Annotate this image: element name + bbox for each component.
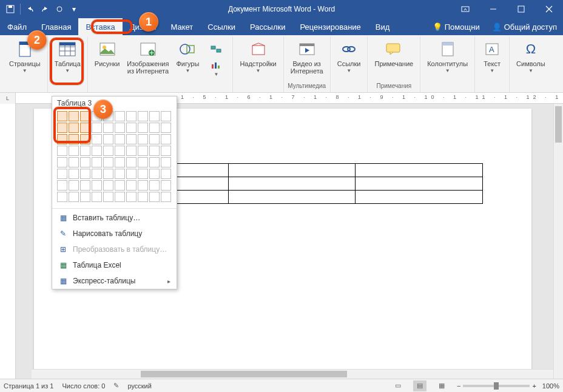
grid-cell[interactable] (149, 192, 160, 202)
grid-cell[interactable] (103, 157, 113, 167)
grid-cell[interactable] (115, 169, 125, 179)
menu-excel-table[interactable]: ▦ Таблица Excel (52, 257, 177, 273)
close-icon[interactable] (535, 0, 563, 18)
tab-references[interactable]: Ссылки (200, 18, 243, 35)
grid-cell[interactable] (103, 146, 113, 156)
table-size-grid[interactable] (52, 109, 177, 207)
grid-cell[interactable] (115, 123, 125, 133)
grid-cell[interactable] (161, 192, 171, 202)
grid-cell[interactable] (69, 169, 79, 179)
redo-icon[interactable] (38, 2, 52, 16)
grid-cell[interactable] (57, 123, 67, 133)
maximize-icon[interactable] (507, 0, 535, 18)
online-pictures-button[interactable]: Изображенияиз Интернета (124, 38, 172, 81)
grid-cell[interactable] (161, 146, 171, 156)
grid-cell[interactable] (69, 111, 79, 121)
view-read-icon[interactable]: ▭ (391, 380, 405, 391)
grid-cell[interactable] (138, 111, 148, 121)
grid-cell[interactable] (92, 192, 102, 202)
view-web-icon[interactable]: ▦ (435, 380, 448, 391)
grid-cell[interactable] (92, 146, 102, 156)
grid-cell[interactable] (115, 157, 125, 167)
grid-cell[interactable] (103, 134, 113, 144)
grid-cell[interactable] (69, 192, 79, 202)
grid-cell[interactable] (92, 180, 102, 191)
grid-cell[interactable] (138, 169, 148, 179)
grid-cell[interactable] (161, 111, 171, 121)
grid-cell[interactable] (69, 123, 79, 133)
zoom-out-icon[interactable]: − (457, 382, 460, 390)
grid-cell[interactable] (149, 169, 160, 179)
grid-cell[interactable] (57, 192, 67, 202)
grid-cell[interactable] (80, 146, 90, 156)
ruler-vertical[interactable] (0, 104, 16, 379)
grid-cell[interactable] (80, 134, 90, 144)
grid-cell[interactable] (57, 180, 67, 191)
grid-cell[interactable] (57, 111, 67, 121)
text-button[interactable]: A Текст ▼ (479, 38, 505, 81)
grid-cell[interactable] (149, 111, 160, 121)
grid-cell[interactable] (161, 157, 171, 167)
zoom-in-icon[interactable]: + (532, 382, 536, 390)
grid-cell[interactable] (149, 180, 160, 191)
horizontal-scrollbar[interactable] (32, 369, 553, 379)
save-icon[interactable] (4, 2, 17, 16)
menu-draw-table[interactable]: ✎ Нарисовать таблицу (52, 226, 177, 242)
grid-cell[interactable] (103, 169, 113, 179)
online-video-button[interactable]: Видео изИнтернета (288, 38, 326, 81)
grid-cell[interactable] (115, 111, 125, 121)
grid-cell[interactable] (115, 180, 125, 191)
grid-cell[interactable] (149, 123, 160, 133)
proofing-icon[interactable]: ✎ (113, 382, 119, 390)
menu-insert-table[interactable]: ▦ Вставить таблицу… (52, 210, 177, 226)
tab-insert[interactable]: Вставка (78, 18, 122, 35)
grid-cell[interactable] (57, 157, 67, 167)
tab-view[interactable]: Вид (368, 18, 397, 35)
more-illustrations-button[interactable]: ▼ (203, 38, 229, 81)
grid-cell[interactable] (80, 192, 90, 202)
shapes-button[interactable]: Фигуры ▼ (173, 38, 202, 81)
status-page[interactable]: Страница 1 из 1 (4, 382, 53, 390)
grid-cell[interactable] (92, 134, 102, 144)
grid-cell[interactable] (115, 192, 125, 202)
grid-cell[interactable] (126, 123, 137, 133)
grid-cell[interactable] (161, 134, 171, 144)
grid-cell[interactable] (126, 169, 137, 179)
grid-cell[interactable] (80, 157, 90, 167)
grid-cell[interactable] (149, 157, 160, 167)
view-print-icon[interactable]: ▤ (413, 380, 426, 391)
minimize-icon[interactable] (479, 0, 507, 18)
grid-cell[interactable] (69, 180, 79, 191)
vertical-scrollbar[interactable] (553, 104, 563, 379)
grid-cell[interactable] (80, 169, 90, 179)
grid-cell[interactable] (138, 180, 148, 191)
grid-cell[interactable] (115, 146, 125, 156)
tab-review[interactable]: Рецензирование (292, 18, 368, 35)
table-button[interactable]: Таблица ▼ (52, 38, 84, 81)
grid-cell[interactable] (161, 180, 171, 191)
status-language[interactable]: русский (127, 382, 151, 390)
qat-customize-icon[interactable]: ▾ (67, 2, 81, 16)
tab-layout[interactable]: Макет (163, 18, 200, 35)
grid-cell[interactable] (92, 123, 102, 133)
grid-cell[interactable] (103, 180, 113, 191)
grid-cell[interactable] (57, 146, 67, 156)
zoom-slider[interactable] (463, 385, 530, 387)
grid-cell[interactable] (149, 146, 160, 156)
grid-cell[interactable] (103, 123, 113, 133)
grid-cell[interactable] (138, 146, 148, 156)
grid-cell[interactable] (126, 111, 137, 121)
grid-cell[interactable] (126, 134, 137, 144)
grid-cell[interactable] (138, 134, 148, 144)
pictures-button[interactable]: Рисунки (92, 38, 123, 81)
grid-cell[interactable] (92, 157, 102, 167)
grid-cell[interactable] (92, 169, 102, 179)
grid-cell[interactable] (80, 111, 90, 121)
touch-mode-icon[interactable] (53, 2, 66, 16)
comment-button[interactable]: Примечание (371, 38, 416, 81)
grid-cell[interactable] (161, 169, 171, 179)
zoom-control[interactable]: − + 100% (457, 382, 559, 390)
grid-cell[interactable] (80, 123, 90, 133)
grid-cell[interactable] (138, 157, 148, 167)
grid-cell[interactable] (69, 157, 79, 167)
